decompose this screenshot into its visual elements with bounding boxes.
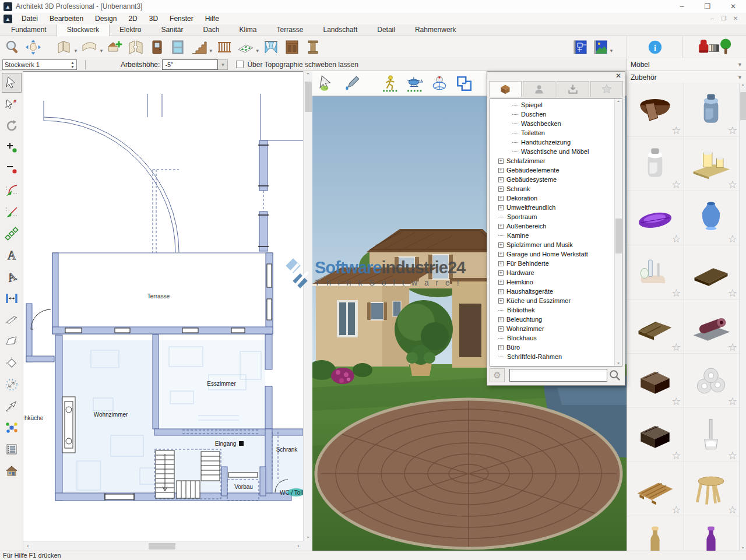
link-objects-tool-button[interactable]: [2, 418, 22, 438]
expand-plus-icon[interactable]: +: [498, 159, 504, 164]
menu-item[interactable]: Fenster: [164, 13, 199, 24]
area-tool-button[interactable]: [2, 332, 22, 351]
tree-item[interactable]: + Beleuchtung: [490, 315, 622, 324]
library-item[interactable]: ☆: [627, 300, 683, 353]
dimension-tool-button[interactable]: [2, 288, 22, 308]
library-item[interactable]: ☆: [684, 245, 740, 299]
tree-item[interactable]: + Wohnzimmer: [490, 324, 622, 333]
expand-plus-icon[interactable]: +: [498, 168, 504, 173]
curved-wall-dropdown-arrow[interactable]: ▼: [99, 48, 104, 54]
library-item[interactable]: ☆: [684, 83, 740, 136]
scroll-right-icon[interactable]: ›: [294, 543, 303, 549]
favorite-star-icon[interactable]: ☆: [728, 341, 737, 354]
panel-close-icon[interactable]: ✕: [614, 72, 622, 80]
favorite-star-icon[interactable]: ☆: [671, 341, 681, 354]
expand-plus-icon[interactable]: +: [498, 280, 504, 285]
tree-item[interactable]: + Gebäudeelemente: [490, 165, 622, 175]
mode-tab[interactable]: Stockwerk: [57, 24, 110, 36]
select-tool-button[interactable]: [2, 73, 22, 93]
favorite-star-icon[interactable]: ☆: [671, 395, 681, 408]
pan-tool-button[interactable]: [23, 37, 43, 57]
tree-item[interactable]: + Dekoration: [490, 193, 622, 203]
favorite-star-icon[interactable]: ☆: [728, 178, 737, 191]
mode-tab[interactable]: Klima: [229, 24, 266, 36]
tree-item[interactable]: + Außenbereich: [490, 221, 622, 231]
tree-item[interactable]: + Schlafzimmer: [490, 156, 622, 165]
library-item[interactable]: ☆: [684, 137, 740, 191]
expand-plus-icon[interactable]: +: [498, 261, 504, 266]
2d-view-button[interactable]: [570, 37, 589, 57]
mdi-minimize-button[interactable]: –: [706, 13, 718, 24]
expand-plus-icon[interactable]: +: [498, 252, 504, 257]
curved-wall-tool-button[interactable]: [80, 37, 99, 57]
library-item[interactable]: ☆: [684, 300, 740, 353]
tree-item[interactable]: + Küche und Esszimmer: [490, 296, 622, 305]
straighten-corner-tool-button[interactable]: [2, 202, 22, 222]
select-3d-tool-button[interactable]: [317, 73, 338, 94]
close-button[interactable]: ✕: [720, 0, 746, 13]
mode-tab[interactable]: Elektro: [110, 24, 151, 36]
mode-tab[interactable]: Terrasse: [266, 24, 313, 36]
tree-item[interactable]: Kamine: [490, 231, 622, 240]
tree-item[interactable]: + Schrank: [490, 184, 622, 193]
favorite-star-icon[interactable]: ☆: [671, 178, 681, 191]
cabinet-tool-button[interactable]: [283, 37, 302, 57]
floor-dropdown-arrow[interactable]: ▼: [255, 48, 260, 54]
curtain-tool-button[interactable]: [262, 37, 281, 57]
tab-user-content[interactable]: [523, 81, 555, 97]
mode-tab[interactable]: Sanitär: [151, 24, 193, 36]
expand-plus-icon[interactable]: +: [498, 289, 504, 294]
door-tool-button[interactable]: [147, 37, 167, 57]
tree-scrollbar[interactable]: ⌃ ⌄: [614, 99, 622, 366]
tab-favorites[interactable]: [590, 81, 623, 97]
stairs-dropdown-arrow[interactable]: ▼: [209, 48, 213, 54]
library-item[interactable]: ☆: [627, 462, 683, 516]
select-by-number-tool-button[interactable]: #: [2, 94, 22, 114]
tree-item[interactable]: + Heimkino: [490, 277, 622, 287]
view-dropdown-arrow[interactable]: ▼: [609, 48, 614, 54]
expand-plus-icon[interactable]: +: [498, 177, 504, 182]
eyedropper-tool-button[interactable]: [342, 73, 363, 94]
scroll-thumb[interactable]: [149, 543, 175, 550]
wall-tool-button[interactable]: [54, 37, 73, 57]
add-room-tool-button[interactable]: [105, 37, 125, 57]
railing-tool-button[interactable]: [215, 37, 234, 57]
favorite-star-icon[interactable]: ☆: [671, 124, 681, 137]
column-tool-button[interactable]: [304, 37, 323, 57]
mode-tab[interactable]: Dach: [193, 24, 229, 36]
mode-tab[interactable]: Landschaft: [314, 24, 368, 36]
scroll-thumb[interactable]: [740, 92, 746, 120]
spinner-icon[interactable]: ▲▼: [71, 61, 75, 69]
expand-plus-icon[interactable]: +: [498, 186, 504, 192]
floor-tool-button[interactable]: [236, 37, 255, 57]
work-height-input[interactable]: -5": [162, 59, 218, 70]
panel-scrollbar[interactable]: ⌃ ⌄: [739, 83, 746, 551]
scroll-down-icon[interactable]: ⌄: [740, 543, 746, 551]
mode-tab[interactable]: Rahmenwerk: [405, 24, 466, 36]
wall-dropdown-arrow[interactable]: ▼: [73, 48, 78, 54]
tree-item[interactable]: Blockhaus: [490, 333, 622, 343]
expand-plus-icon[interactable]: +: [498, 224, 504, 229]
expand-plus-icon[interactable]: +: [498, 242, 504, 248]
library-item[interactable]: ☆: [627, 408, 683, 462]
tree-item[interactable]: + Garage und Home Werkstatt: [490, 249, 622, 259]
work-height-dropdown-arrow[interactable]: ▼: [218, 59, 228, 70]
mdi-close-button[interactable]: ✕: [730, 13, 741, 24]
plan-canvas[interactable]: Terrasse Esszimmer Wohnzimmer Eingang Sc…: [23, 71, 303, 541]
menu-item[interactable]: 3D: [143, 13, 164, 24]
expand-plus-icon[interactable]: +: [498, 196, 504, 201]
scroll-left-icon[interactable]: ‹: [23, 543, 33, 549]
tree-item[interactable]: Duschen: [490, 110, 622, 119]
tree-item[interactable]: Toiletten: [490, 128, 622, 138]
expand-plus-icon[interactable]: +: [498, 270, 504, 276]
restore-button[interactable]: ❐: [695, 0, 720, 13]
menu-item[interactable]: Design: [89, 13, 122, 24]
expand-plus-icon[interactable]: +: [498, 345, 504, 350]
menu-item[interactable]: Datei: [16, 13, 44, 24]
library-item[interactable]: ☆: [684, 191, 740, 245]
tree-item[interactable]: Waschtische und Möbel: [490, 147, 622, 156]
favorite-star-icon[interactable]: ☆: [671, 287, 681, 300]
favorite-star-icon[interactable]: ☆: [728, 233, 737, 245]
menu-item[interactable]: Hilfe: [199, 13, 225, 24]
tree-item[interactable]: Handtuchzeizung: [490, 138, 622, 147]
